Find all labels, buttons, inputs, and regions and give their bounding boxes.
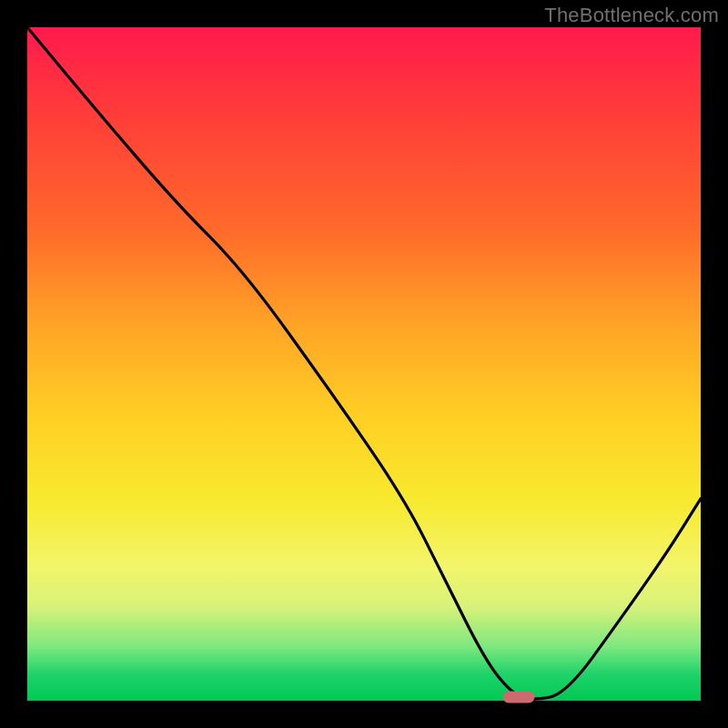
plot-area: [27, 27, 701, 701]
bottleneck-curve: [27, 27, 701, 701]
optimal-marker: [503, 692, 535, 703]
watermark-text: TheBottleneck.com: [544, 4, 719, 27]
chart-frame: TheBottleneck.com: [0, 0, 728, 728]
